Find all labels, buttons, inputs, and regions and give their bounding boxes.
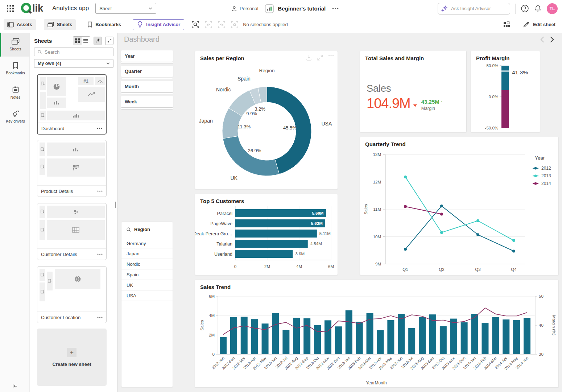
- collapse-rail-icon[interactable]: [0, 383, 30, 389]
- region-value-nordic[interactable]: Nordic: [121, 259, 173, 269]
- region-value-spain[interactable]: Spain: [121, 269, 173, 280]
- combo-chart-canvas[interactable]: 02M4M6M3040502012-Jan2012-Feb2012-Mar201…: [195, 280, 558, 387]
- bar-2013-Nov[interactable]: [450, 319, 457, 354]
- region-value-usa[interactable]: USA: [121, 290, 173, 301]
- legend-item-2012[interactable]: 2012: [533, 166, 551, 171]
- bar-2013-Feb[interactable]: [356, 322, 363, 354]
- expand-panel-button[interactable]: [105, 37, 113, 45]
- app-launcher-icon[interactable]: [5, 3, 15, 13]
- bar-2012-Feb[interactable]: [230, 317, 237, 354]
- bar-2012-Mar[interactable]: [241, 317, 248, 354]
- region-value-japan[interactable]: Japan: [121, 248, 173, 259]
- undo-selection-icon[interactable]: [204, 21, 212, 29]
- assets-button[interactable]: Assets: [4, 19, 36, 30]
- sheets-group-dropdown[interactable]: My own (4): [34, 59, 113, 68]
- card-options-icon[interactable]: [97, 128, 102, 129]
- bar-2012-Jun[interactable]: [272, 313, 279, 354]
- bar-userland[interactable]: [235, 250, 293, 258]
- previous-sheet-icon[interactable]: [540, 36, 544, 43]
- filter-year[interactable]: Year: [121, 50, 173, 62]
- donut-chart-canvas[interactable]: RegionUSA45.5%UK26.9%Japan11.3%Nordic9.9…: [195, 51, 338, 189]
- card-options-icon[interactable]: [97, 317, 103, 318]
- next-sheet-icon[interactable]: [550, 36, 554, 43]
- rail-item-sheets[interactable]: Sheets: [0, 33, 30, 57]
- bar-2014-May[interactable]: [513, 320, 520, 354]
- personal-space-button[interactable]: Personal: [231, 6, 258, 12]
- profit-margin-gauge[interactable]: Profit Margin 50.0%0.0%-50.0%41.3%: [471, 51, 540, 132]
- sheet-layout-icon[interactable]: [497, 17, 516, 32]
- bar-2012-Jul[interactable]: [282, 330, 289, 354]
- bar-2013-Dec[interactable]: [461, 322, 468, 354]
- donut-slice-uk[interactable]: [223, 136, 280, 176]
- quarterly-trend-chart[interactable]: Quarterly Trend 9M10M11M12M13MQ1Q2Q3Q4Sa…: [360, 137, 559, 275]
- bar-2012-Apr[interactable]: [251, 319, 258, 354]
- sales-trend-chart[interactable]: Sales Trend 02M4M6M3040502012-Jan2012-Fe…: [195, 280, 559, 388]
- bar-2013-Jul[interactable]: [408, 328, 415, 354]
- insight-advisor-input[interactable]: [451, 6, 505, 11]
- help-icon[interactable]: [521, 4, 529, 13]
- bar-2013-Jun[interactable]: [398, 314, 405, 354]
- bar-2013-Aug[interactable]: [419, 317, 426, 354]
- bar-2014-Feb[interactable]: [482, 323, 488, 354]
- gauge-canvas[interactable]: 50.0%0.0%-50.0%41.3%: [471, 51, 540, 132]
- sheets-button[interactable]: Sheets: [44, 19, 76, 30]
- trend-line-2013[interactable]: [405, 177, 514, 240]
- top-5-customers-chart[interactable]: Top 5 Customers 02M4M6MParacel5.69MPageW…: [195, 194, 338, 275]
- rail-item-bookmarks[interactable]: Bookmarks: [0, 57, 30, 81]
- insight-advisor-button[interactable]: Insight Advisor: [133, 19, 184, 30]
- sheet-type-dropdown[interactable]: Sheet: [95, 3, 156, 14]
- bar-2014-Apr[interactable]: [503, 319, 509, 354]
- bookmarks-button[interactable]: Bookmarks: [84, 19, 125, 30]
- app-options-icon[interactable]: [332, 8, 339, 9]
- trend-line-2014[interactable]: [405, 206, 442, 214]
- sales-per-region-chart[interactable]: Sales per Region RegionUSA45.5%UK26.9%Ja…: [195, 51, 338, 189]
- bar-deak-perera gro…[interactable]: [235, 230, 317, 238]
- more-options-icon[interactable]: [328, 54, 334, 56]
- search-icon[interactable]: [126, 227, 131, 232]
- bar-2012-Jan[interactable]: [220, 337, 227, 354]
- bar-2014-Jun[interactable]: [524, 318, 530, 354]
- list-view-button[interactable]: [82, 37, 90, 45]
- bar-2014-Mar[interactable]: [492, 317, 499, 354]
- filter-week[interactable]: Week: [121, 96, 173, 107]
- sheet-card-product-details[interactable]: Product Details: [37, 140, 107, 197]
- bar-2012-Oct[interactable]: [314, 325, 321, 354]
- margin-trend-line[interactable]: [223, 308, 527, 335]
- fullscreen-icon[interactable]: [317, 54, 323, 61]
- bar-2013-Oct[interactable]: [440, 326, 447, 354]
- bar-2013-Jan[interactable]: [346, 310, 352, 354]
- user-avatar[interactable]: TL: [547, 3, 558, 14]
- edit-sheet-button[interactable]: Edit sheet: [516, 17, 562, 32]
- bar-2013-May[interactable]: [387, 320, 394, 354]
- card-options-icon[interactable]: [97, 190, 103, 192]
- legend-item-2014[interactable]: 2014: [533, 181, 551, 186]
- sheet-card-dashboard[interactable]: #1 Dashboard: [37, 74, 107, 135]
- create-new-sheet-button[interactable]: + Create new sheet: [37, 329, 107, 386]
- bar-2012-Aug[interactable]: [293, 318, 300, 354]
- region-value-uk[interactable]: UK: [121, 280, 173, 290]
- bar-talarian[interactable]: [235, 240, 308, 248]
- bar-2012-Dec[interactable]: [335, 326, 342, 354]
- sheet-card-customer-location[interactable]: Customer Location: [37, 266, 107, 323]
- filter-month[interactable]: Month: [121, 81, 173, 92]
- trend-line-2012[interactable]: [405, 206, 514, 251]
- card-options-icon[interactable]: [97, 253, 103, 255]
- bar-2012-Sep[interactable]: [303, 318, 310, 354]
- pin-panel-button[interactable]: [94, 37, 102, 45]
- sheets-search[interactable]: [34, 48, 113, 56]
- bar-2014-Jan[interactable]: [471, 314, 478, 354]
- clear-selections-icon[interactable]: [231, 21, 239, 29]
- sheets-search-input[interactable]: [45, 49, 103, 55]
- sheet-card-customer-details[interactable]: Customer Details: [37, 203, 107, 260]
- line-chart-canvas[interactable]: 9M10M11M12M13MQ1Q2Q3Q4SalesYear201220132…: [360, 137, 558, 275]
- redo-selection-icon[interactable]: [218, 21, 226, 29]
- rail-item-notes[interactable]: Notes: [0, 81, 30, 104]
- smart-search-icon[interactable]: [191, 21, 199, 29]
- region-value-germany[interactable]: Germany: [121, 238, 173, 248]
- qlik-logo[interactable]: lik: [20, 2, 48, 15]
- rail-item-key-drivers[interactable]: Key drivers: [0, 104, 30, 128]
- insight-advisor-search[interactable]: [438, 3, 510, 15]
- notifications-bell-icon[interactable]: [534, 5, 542, 12]
- bar-2013-Apr[interactable]: [377, 330, 384, 354]
- app-name[interactable]: Beginner's tutorial: [278, 5, 326, 12]
